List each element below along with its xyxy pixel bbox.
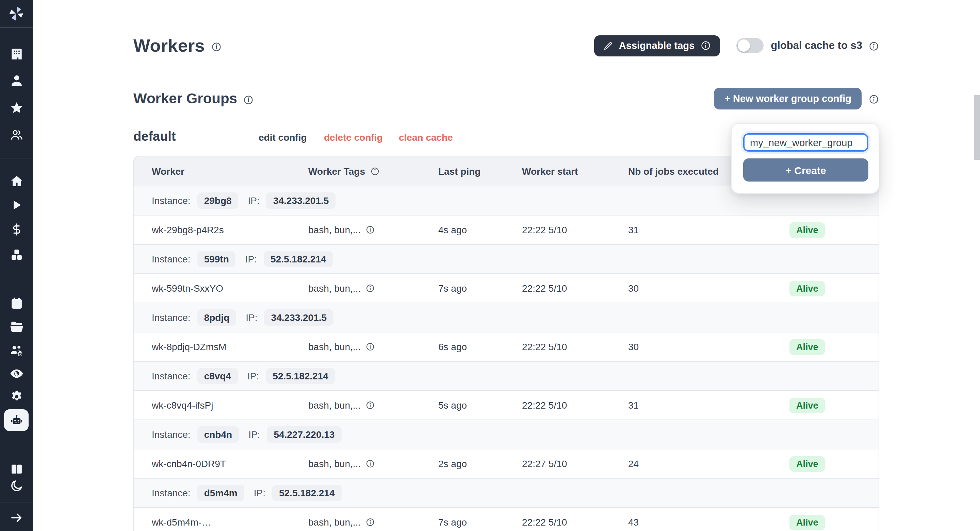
create-button[interactable]: + Create (743, 159, 869, 182)
sidebar-item-users[interactable] (4, 124, 29, 146)
workers-page: Workers Assignable tags global cache to … (0, 0, 980, 531)
worker-name: wk-d5m4m-… (152, 517, 308, 528)
windmill-logo[interactable] (8, 5, 25, 22)
instance-ip-badge: 54.227.220.13 (267, 426, 341, 442)
instance-ip-badge: 34.233.201.5 (266, 192, 336, 208)
instance-row: Instance:599tnIP:52.5.182.214 (134, 244, 878, 273)
status-badge: Alive (789, 514, 825, 530)
worker-tags: bash, bun,... (308, 283, 438, 294)
sidebar-item-moon[interactable] (4, 475, 29, 496)
tags-info-icon[interactable] (366, 517, 375, 527)
instance-row: Instance:cnb4nIP:54.227.220.13 (134, 420, 878, 449)
worker-group-name-input[interactable] (743, 133, 869, 152)
ip-label: IP: (254, 488, 266, 498)
worker-row: wk-cnb4n-0DR9Tbash, bun,...2s ago22:27 5… (134, 449, 878, 478)
ip-label: IP: (247, 371, 259, 381)
tags-info-icon[interactable] (366, 401, 375, 410)
pencil-icon (603, 40, 614, 51)
instance-row: Instance:8pdjqIP:34.233.201.5 (134, 303, 878, 332)
worker-groups-info-icon[interactable] (243, 95, 254, 105)
worker-tags: bash, bun,... (308, 400, 438, 411)
instance-label: Instance: (152, 254, 191, 265)
calendar-icon (9, 296, 24, 311)
header-controls: Assignable tags global cache to s3 (595, 35, 879, 56)
sidebar-item-gear[interactable] (4, 385, 29, 407)
toggle-knob (737, 40, 749, 52)
jobs-executed: 31 (628, 224, 789, 235)
worker-tags: bash, bun,... (308, 341, 438, 352)
sidebar-item-users-gear[interactable] (4, 339, 29, 361)
main-area: Workers Assignable tags global cache to … (33, 0, 980, 531)
column-header: Worker (152, 166, 308, 176)
sidebar-item-user[interactable] (4, 69, 29, 91)
jobs-executed: 30 (628, 341, 789, 352)
sidebar-item-building[interactable] (4, 43, 29, 65)
sidebar-item-dollar[interactable] (4, 218, 29, 240)
worker-start: 22:22 5/10 (522, 341, 628, 352)
tags-info-icon[interactable] (366, 459, 375, 468)
sidebar-item-star[interactable] (4, 97, 29, 118)
home-icon (9, 174, 24, 188)
sidebar-divider (0, 502, 33, 502)
last-ping: 7s ago (438, 517, 522, 528)
worker-start: 22:22 5/10 (522, 224, 628, 235)
page-scrollbar[interactable] (974, 0, 980, 531)
new-worker-group-info-icon[interactable] (869, 94, 879, 105)
instance-label: Instance: (152, 488, 191, 498)
status-badge: Alive (789, 456, 825, 471)
last-ping: 7s ago (438, 283, 522, 294)
book-icon (9, 461, 24, 476)
jobs-executed: 31 (628, 400, 789, 411)
sidebar-item-eye[interactable] (4, 362, 29, 384)
worker-name: wk-cnb4n-0DR9T (152, 458, 308, 469)
last-ping: 2s ago (438, 458, 522, 469)
instance-row: Instance:c8vq4IP:52.5.182.214 (134, 361, 878, 390)
clean-cache-link[interactable]: clean cache (399, 132, 453, 143)
assignable-tags-button[interactable]: Assignable tags (595, 35, 720, 56)
worker-name: wk-599tn-SxxYO (152, 283, 308, 294)
ip-label: IP: (246, 312, 257, 323)
assignable-tags-info-icon[interactable] (700, 40, 711, 51)
instance-label: Instance: (152, 429, 191, 440)
folder-icon (9, 319, 24, 333)
jobs-executed: 43 (628, 517, 789, 528)
tags-info-icon[interactable] (366, 225, 375, 235)
worker-row: wk-29bg8-p4R2sbash, bun,...4s ago22:22 5… (134, 215, 878, 244)
worker-name: wk-c8vq4-ifsPj (152, 400, 308, 411)
instance-label: Instance: (152, 195, 191, 206)
ip-label: IP: (248, 195, 259, 206)
delete-config-link[interactable]: delete config (324, 132, 383, 143)
ip-label: IP: (248, 429, 260, 440)
page-title: Workers (134, 35, 205, 56)
workers-info-icon[interactable] (211, 41, 222, 52)
instance-id-badge: 29bg8 (197, 192, 239, 208)
worker-tags-info-icon[interactable] (370, 166, 379, 176)
sidebar-item-arrow-right[interactable] (4, 507, 29, 528)
sidebar-item-play[interactable] (4, 194, 29, 216)
instance-ip-badge: 34.233.201.5 (264, 309, 334, 326)
user-icon (9, 73, 24, 87)
edit-config-link[interactable]: edit config (259, 132, 307, 143)
sidebar-item-calendar[interactable] (4, 292, 29, 314)
worker-row: wk-c8vq4-ifsPjbash, bun,...5s ago22:22 5… (134, 390, 878, 420)
worker-row: wk-599tn-SxxYObash, bun,...7s ago22:22 5… (134, 273, 878, 303)
moon-icon (9, 478, 24, 493)
global-cache-label: global cache to s3 (771, 40, 862, 52)
worker-groups-title: Worker Groups (134, 90, 237, 107)
scrollbar-thumb[interactable] (974, 95, 980, 160)
sidebar-item-cubes[interactable] (4, 243, 29, 265)
global-cache-toggle[interactable] (736, 38, 763, 53)
sidebar-item-home[interactable] (4, 170, 29, 192)
sidebar-item-folder[interactable] (4, 315, 29, 337)
global-cache-info-icon[interactable] (869, 41, 879, 52)
last-ping: 6s ago (438, 341, 522, 352)
tags-info-icon[interactable] (366, 284, 375, 293)
sidebar-item-robot[interactable] (4, 409, 29, 431)
group-name: default (134, 129, 176, 144)
tags-info-icon[interactable] (366, 342, 375, 352)
new-worker-group-button[interactable]: + New worker group config (714, 88, 862, 109)
robot-icon (9, 413, 24, 427)
worker-name: wk-8pdjq-DZmsM (152, 341, 308, 352)
gear-icon (9, 389, 24, 404)
play-icon (9, 198, 24, 212)
